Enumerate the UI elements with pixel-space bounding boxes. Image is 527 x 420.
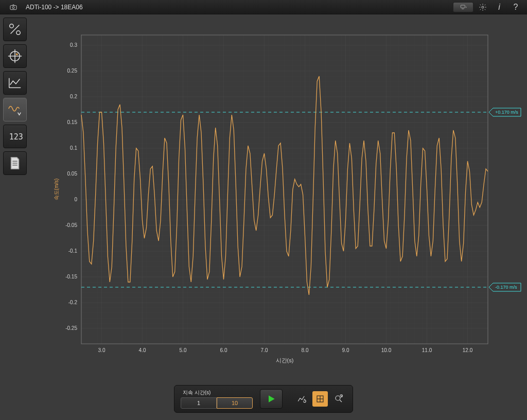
- plot-area: 3.04.05.06.07.08.09.010.011.012.00.30.25…: [30, 14, 527, 385]
- svg-text:0.25: 0.25: [67, 68, 78, 74]
- sidebar-percent[interactable]: [3, 18, 27, 41]
- svg-point-1: [12, 6, 14, 8]
- svg-text:-0.15: -0.15: [65, 274, 77, 279]
- svg-point-178: [336, 396, 340, 400]
- svg-text:4.0: 4.0: [139, 347, 146, 353]
- svg-rect-0: [10, 5, 16, 9]
- bottom-toolbar: 지속 시간(s) 1 10: [174, 385, 353, 413]
- svg-text:8.0: 8.0: [302, 347, 309, 353]
- zoom-reset-icon[interactable]: [331, 391, 346, 407]
- sidebar-speed-wave[interactable]: [3, 98, 27, 121]
- duration-toggle: 1 10: [181, 397, 253, 409]
- info-icon[interactable]: i: [492, 2, 506, 12]
- svg-text:5.0: 5.0: [180, 347, 187, 353]
- camera-icon[interactable]: [6, 2, 21, 12]
- svg-text:10.0: 10.0: [381, 347, 392, 353]
- svg-text:+0.170 m/s: +0.170 m/s: [495, 110, 518, 115]
- help-icon[interactable]: ?: [508, 2, 523, 12]
- svg-text:-0.05: -0.05: [65, 222, 77, 228]
- svg-text:-0.25: -0.25: [65, 325, 77, 331]
- svg-text:-0.1: -0.1: [68, 248, 78, 254]
- svg-text:0.05: 0.05: [67, 171, 78, 177]
- duration-label: 지속 시간(s): [181, 389, 253, 396]
- svg-text:0.3: 0.3: [70, 42, 77, 48]
- svg-text:0.1: 0.1: [70, 145, 77, 151]
- svg-line-179: [340, 400, 342, 402]
- velocity-chart[interactable]: 3.04.05.06.07.08.09.010.011.012.00.30.25…: [50, 25, 524, 375]
- svg-text:-0.170 m/s: -0.170 m/s: [495, 285, 517, 290]
- grid-toggle-icon[interactable]: [312, 391, 328, 407]
- svg-point-4: [10, 24, 14, 28]
- svg-text:9.0: 9.0: [342, 347, 349, 353]
- svg-point-10: [16, 53, 18, 55]
- svg-text:0.15: 0.15: [67, 119, 78, 125]
- reset-chart-icon[interactable]: [294, 391, 309, 407]
- svg-text:12.0: 12.0: [463, 347, 473, 353]
- svg-text:속도(m/s): 속도(m/s): [54, 179, 59, 201]
- svg-text:6.0: 6.0: [220, 347, 227, 353]
- svg-line-6: [11, 25, 20, 34]
- sidebar-document[interactable]: [3, 151, 27, 175]
- svg-text:11.0: 11.0: [422, 347, 432, 353]
- svg-text:3.0: 3.0: [98, 347, 106, 353]
- device-title: ADTi-100 -> 18EA06: [26, 4, 83, 11]
- svg-point-5: [16, 31, 21, 35]
- svg-text:-0.2: -0.2: [68, 300, 78, 305]
- sidebar: 123: [0, 14, 30, 385]
- settings-icon[interactable]: [476, 2, 490, 12]
- svg-rect-2: [461, 5, 465, 8]
- header-bar: ADTi-100 -> 18EA06 i ?: [0, 0, 527, 14]
- svg-text:시간(s): 시간(s): [276, 357, 294, 363]
- play-button[interactable]: [260, 389, 283, 409]
- svg-text:123: 123: [9, 132, 23, 142]
- display-dropdown[interactable]: [453, 2, 473, 12]
- sidebar-target[interactable]: [3, 44, 27, 68]
- svg-text:7.0: 7.0: [261, 347, 268, 353]
- duration-10s[interactable]: 10: [217, 397, 253, 409]
- duration-1s[interactable]: 1: [181, 397, 217, 409]
- svg-text:0: 0: [74, 197, 77, 202]
- svg-point-3: [482, 6, 484, 8]
- sidebar-digits[interactable]: 123: [3, 125, 27, 148]
- sidebar-line-chart[interactable]: [3, 71, 27, 95]
- svg-text:0.2: 0.2: [70, 94, 77, 99]
